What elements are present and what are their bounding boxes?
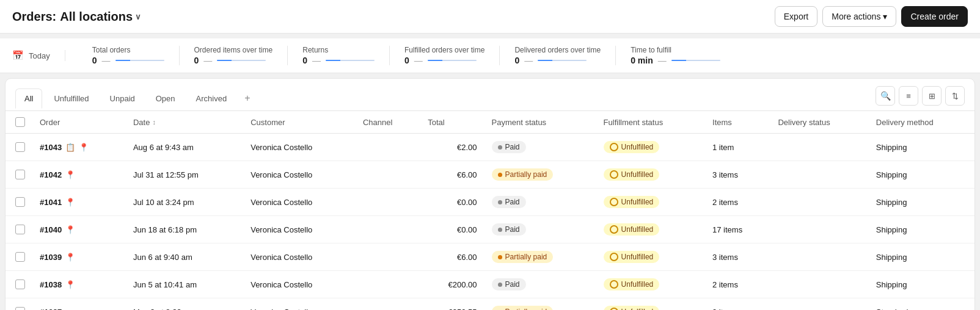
stat-value: 0 min <box>631 56 653 65</box>
row-checkbox[interactable] <box>15 197 25 207</box>
customer-name[interactable]: Veronica Costello <box>250 170 312 179</box>
stat-fulfilled-orders[interactable]: Fulfilled orders over time 0 — <box>390 46 500 65</box>
order-number-cell: #1038📍 <box>32 271 126 298</box>
table-row[interactable]: #1042📍Jul 31 at 12:55 pmVeronica Costell… <box>5 161 975 189</box>
col-delivery-status: Delivery status <box>770 111 868 134</box>
stat-returns[interactable]: Returns 0 — <box>288 46 390 65</box>
delivery-method: Shipping <box>876 280 907 289</box>
table-row[interactable]: #1037May 3 at 8:33 amVeronica Costello€3… <box>5 298 975 311</box>
stat-time-to-fulfill[interactable]: Time to fulfill 0 min — <box>616 46 735 65</box>
order-date: Jul 10 at 3:24 pm <box>133 198 194 207</box>
export-button[interactable]: Export <box>775 6 817 27</box>
order-date: Jun 6 at 9:40 am <box>133 253 192 262</box>
customer-name[interactable]: Veronica Costello <box>250 280 312 289</box>
table-row[interactable]: #1043📋📍Aug 6 at 9:43 amVeronica Costello… <box>5 134 975 161</box>
row-checkbox[interactable] <box>15 225 25 234</box>
sort-button[interactable]: ⇅ <box>945 86 965 106</box>
stat-total-orders[interactable]: Total orders 0 — <box>78 46 180 65</box>
order-number-cell: #1037 <box>32 298 126 311</box>
row-checkbox[interactable] <box>15 170 25 179</box>
orders-table: Order Date ↕ Customer Channel Total Paym… <box>5 111 975 310</box>
row-checkbox-cell <box>5 298 32 311</box>
stat-label: Total orders <box>92 46 164 54</box>
today-filter[interactable]: 📅 Today <box>12 50 65 61</box>
customer-name[interactable]: Veronica Costello <box>250 143 312 152</box>
row-checkbox[interactable] <box>15 142 25 152</box>
select-all-checkbox[interactable] <box>15 117 25 127</box>
delivery-status-cell <box>770 161 868 189</box>
order-date: Aug 6 at 9:43 am <box>133 143 194 152</box>
row-checkbox[interactable] <box>15 252 25 262</box>
order-number[interactable]: #1040 <box>40 225 62 234</box>
order-total: €0.00 <box>428 225 477 234</box>
more-actions-button[interactable]: More actions ▾ <box>822 6 896 27</box>
items-cell: 17 items <box>705 216 770 243</box>
delivery-status-cell <box>770 189 868 216</box>
tab-all[interactable]: All <box>15 88 42 109</box>
row-checkbox[interactable] <box>15 279 25 289</box>
delivery-method: Shipping <box>876 253 907 262</box>
order-number[interactable]: #1043 <box>40 143 62 152</box>
table-row[interactable]: #1041📍Jul 10 at 3:24 pmVeronica Costello… <box>5 189 975 216</box>
location-dropdown[interactable]: All locations ∨ <box>60 10 141 24</box>
tab-archived[interactable]: Archived <box>187 88 236 108</box>
stat-ordered-items[interactable]: Ordered items over time 0 — <box>180 46 288 65</box>
table-row[interactable]: #1039📍Jun 6 at 9:40 amVeronica Costello€… <box>5 243 975 271</box>
tab-unpaid[interactable]: Unpaid <box>101 88 144 108</box>
filter-icon: ≡ <box>906 92 911 101</box>
today-label: Today <box>29 51 50 60</box>
table-row[interactable]: #1038📍Jun 5 at 10:41 amVeronica Costello… <box>5 271 975 298</box>
total-cell: €6.00 <box>420 243 484 271</box>
fulfillment-circle-icon <box>610 225 618 234</box>
tab-open[interactable]: Open <box>147 88 185 108</box>
payment-status-cell: Paid <box>485 271 596 298</box>
customer-cell: Veronica Costello <box>243 243 356 271</box>
stat-delivered-orders[interactable]: Delivered orders over time 0 — <box>500 46 616 65</box>
customer-name[interactable]: Veronica Costello <box>250 198 312 207</box>
payment-status-badge: Partially paid <box>492 168 554 181</box>
customer-cell: Veronica Costello <box>243 298 356 311</box>
columns-button[interactable]: ⊞ <box>922 86 942 106</box>
payment-status-badge: Paid <box>492 278 526 290</box>
item-count: 1 item <box>712 143 734 152</box>
customer-name[interactable]: Veronica Costello <box>250 225 312 234</box>
delivery-status-cell <box>770 298 868 311</box>
main-content: All Unfulfilled Unpaid Open Archived + 🔍… <box>5 78 975 310</box>
customer-name[interactable]: Veronica Costello <box>250 308 312 311</box>
delivery-method: Shipping <box>876 143 907 152</box>
order-number-cell: #1039📍 <box>32 243 126 271</box>
order-date: Jun 5 at 10:41 am <box>133 280 197 289</box>
select-all-header[interactable] <box>5 111 32 134</box>
customer-cell: Veronica Costello <box>243 189 356 216</box>
col-date[interactable]: Date ↕ <box>126 111 243 134</box>
tab-unfulfilled[interactable]: Unfulfilled <box>45 88 98 108</box>
add-tab-button[interactable]: + <box>238 89 256 107</box>
order-number[interactable]: #1039 <box>40 253 62 262</box>
pin-icon: 📍 <box>65 225 75 234</box>
col-total: Total <box>420 111 484 134</box>
col-fulfillment-status: Fulfillment status <box>596 111 705 134</box>
pin-icon: 📍 <box>65 280 75 289</box>
customer-name[interactable]: Veronica Costello <box>250 253 312 262</box>
row-checkbox[interactable] <box>15 307 25 310</box>
tabs-bar: All Unfulfilled Unpaid Open Archived + 🔍… <box>5 79 975 111</box>
pin-icon: 📍 <box>65 170 75 179</box>
stat-label: Ordered items over time <box>194 46 273 54</box>
stat-sparkline <box>326 60 375 61</box>
order-total: €6.00 <box>428 253 477 262</box>
create-order-button[interactable]: Create order <box>901 6 968 27</box>
filter-button[interactable]: ≡ <box>899 86 918 106</box>
search-button[interactable]: 🔍 <box>876 86 895 106</box>
order-number[interactable]: #1037 <box>40 308 62 311</box>
delivery-method-cell: Shipping <box>869 271 975 298</box>
fulfillment-status-badge: Unfulfilled <box>604 168 660 181</box>
table-row[interactable]: #1040📍Jun 18 at 6:18 pmVeronica Costello… <box>5 216 975 243</box>
stat-value: 0 <box>302 56 307 65</box>
channel-cell <box>356 161 420 189</box>
order-number[interactable]: #1041 <box>40 198 62 207</box>
columns-icon: ⊞ <box>929 92 935 101</box>
order-number[interactable]: #1042 <box>40 170 62 179</box>
fulfillment-status-badge: Unfulfilled <box>604 306 660 310</box>
order-number[interactable]: #1038 <box>40 280 62 289</box>
payment-status-cell: Partially paid <box>485 298 596 311</box>
